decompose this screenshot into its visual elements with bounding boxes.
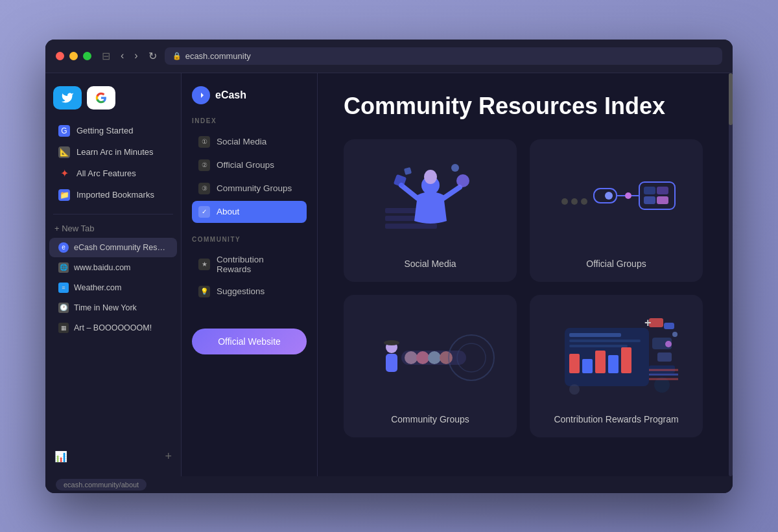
sidebar-item-getting-started-label: Getting Started xyxy=(77,126,133,135)
scrollbar-track[interactable] xyxy=(729,73,733,476)
sidebar-item-learn-arc-label: Learn Arc in Minutes xyxy=(77,147,154,157)
svg-rect-8 xyxy=(403,167,411,174)
svg-rect-21 xyxy=(657,196,668,204)
title-bar: ⊟ ‹ › ↻ 🔒 ecash.community xyxy=(45,40,733,73)
nav-section-community: COMMUNITY ★ Contribution Rewards 💡 Sugge… xyxy=(192,236,307,303)
official-groups-nav-icon: ② xyxy=(198,159,210,171)
sidebar-item-getting-started[interactable]: G Getting Started xyxy=(49,121,177,141)
sidebar-bottom: 📊 + xyxy=(45,445,181,468)
nav-buttons: ‹ › ↻ xyxy=(118,47,159,65)
social-media-illustration xyxy=(357,152,504,251)
svg-rect-17 xyxy=(639,182,675,209)
scrollbar-thumb[interactable] xyxy=(729,73,733,125)
svg-point-49 xyxy=(665,341,672,347)
sidebar-item-all-arc[interactable]: ✦ All Arc Features xyxy=(49,163,177,184)
tab-time[interactable]: 🕐 Time in New York xyxy=(49,298,177,318)
svg-point-6 xyxy=(456,174,469,187)
sidebar-item-imported[interactable]: 📁 Imported Bookmarks xyxy=(49,185,177,205)
all-arc-icon: ✦ xyxy=(58,168,70,179)
card-contribution-rewards[interactable]: + xyxy=(530,295,703,437)
tab-ecash[interactable]: e eCash Community Reso… xyxy=(49,238,177,257)
new-tab-label: + New Tab xyxy=(54,224,95,233)
svg-point-27 xyxy=(416,351,429,364)
sidebar-divider xyxy=(53,214,173,214)
official-website-button[interactable]: Official Website xyxy=(192,329,307,354)
svg-rect-23 xyxy=(386,354,397,372)
nav-about[interactable]: ✓ About xyxy=(192,201,307,223)
add-tab-icon[interactable]: + xyxy=(165,450,172,463)
tab-favicon-ecash: e xyxy=(58,242,69,253)
pinned-tab-google[interactable] xyxy=(87,86,115,110)
official-groups-nav-label: Official Groups xyxy=(217,160,274,170)
card-community-groups[interactable]: Community Groups xyxy=(344,295,517,437)
about-nav-icon: ✓ xyxy=(198,206,210,218)
sidebar-item-imported-label: Imported Bookmarks xyxy=(77,190,154,200)
brand-name: eCash xyxy=(215,89,246,101)
browser-window: ⊟ ‹ › ↻ 🔒 ecash.community xyxy=(45,40,733,493)
tab-favicon-baidu: 🌐 xyxy=(58,262,69,273)
suggestions-nav-icon: 💡 xyxy=(198,286,210,297)
card-social-media[interactable]: Social Media xyxy=(344,139,517,282)
contribution-nav-icon: ★ xyxy=(198,259,210,270)
main-content: Community Resources Index xyxy=(318,73,729,476)
maximize-button[interactable] xyxy=(83,52,91,60)
sidebar-item-all-arc-label: All Arc Features xyxy=(77,168,136,178)
about-nav-label: About xyxy=(217,207,239,216)
cards-grid: Social Media xyxy=(344,139,703,437)
nav-community-groups[interactable]: ③ Community Groups xyxy=(192,178,307,200)
svg-point-10 xyxy=(571,198,578,205)
status-bar: ecash.community/about xyxy=(45,476,733,493)
nav-section-index: INDEX ① Social Media ② Official Groups ③… xyxy=(192,117,307,223)
svg-text:+: + xyxy=(644,316,652,329)
svg-point-9 xyxy=(561,198,568,205)
nav-contribution-rewards[interactable]: ★ Contribution Rewards xyxy=(192,249,307,279)
community-groups-illustration xyxy=(357,308,504,406)
new-tab-button[interactable]: + New Tab xyxy=(45,220,181,237)
tab-art[interactable]: ▦ Art – BOOOOOOOM! xyxy=(49,318,177,338)
card-contribution-rewards-label: Contribution Rewards Program xyxy=(554,414,678,424)
svg-rect-39 xyxy=(608,355,619,373)
svg-rect-36 xyxy=(569,354,580,373)
lock-icon: 🔒 xyxy=(172,52,182,60)
sidebar-toggle-icon[interactable]: ⊟ xyxy=(102,50,110,62)
sidebar-favorites: G Getting Started 📐 Learn Arc in Minutes… xyxy=(45,117,181,209)
suggestions-nav-label: Suggestions xyxy=(217,286,265,296)
back-button[interactable]: ‹ xyxy=(118,47,126,65)
tab-favicon-weather: ≡ xyxy=(58,283,69,293)
svg-rect-19 xyxy=(657,187,668,194)
reload-button[interactable]: ↻ xyxy=(146,47,159,65)
svg-point-29 xyxy=(440,351,453,364)
nav-social-media[interactable]: ① Social Media xyxy=(192,131,307,153)
main-area: G Getting Started 📐 Learn Arc in Minutes… xyxy=(45,73,733,476)
tab-weather[interactable]: ≡ Weather.com xyxy=(49,278,177,297)
card-official-groups[interactable]: Official Groups xyxy=(530,139,703,282)
tab-title-ecash: eCash Community Reso… xyxy=(74,243,168,252)
sidebar: G Getting Started 📐 Learn Arc in Minutes… xyxy=(45,73,182,476)
open-tabs: e eCash Community Reso… 🌐 www.baidu.com … xyxy=(45,237,181,445)
stats-icon[interactable]: 📊 xyxy=(54,450,67,463)
svg-rect-2 xyxy=(385,224,437,229)
minimize-button[interactable] xyxy=(69,52,78,60)
close-button[interactable] xyxy=(56,52,64,60)
tab-title-baidu: www.baidu.com xyxy=(74,263,131,272)
nav-suggestions[interactable]: 💡 Suggestions xyxy=(192,281,307,303)
pinned-tab-twitter[interactable] xyxy=(53,86,82,110)
nav-official-groups[interactable]: ② Official Groups xyxy=(192,154,307,176)
left-nav: eCash INDEX ① Social Media ② Official Gr… xyxy=(182,73,318,476)
learn-arc-icon: 📐 xyxy=(58,146,70,158)
tab-title-weather: Weather.com xyxy=(74,283,121,292)
tab-baidu[interactable]: 🌐 www.baidu.com xyxy=(49,258,177,277)
official-groups-illustration xyxy=(543,152,690,251)
logo: eCash xyxy=(192,86,307,104)
address-text: ecash.community xyxy=(185,51,251,61)
address-bar[interactable]: 🔒 ecash.community xyxy=(165,47,722,65)
sidebar-item-learn-arc[interactable]: 📐 Learn Arc in Minutes xyxy=(49,142,177,163)
imported-icon: 📁 xyxy=(58,189,70,201)
svg-point-15 xyxy=(625,192,631,199)
svg-rect-38 xyxy=(595,351,606,373)
svg-rect-34 xyxy=(569,340,641,342)
card-community-groups-label: Community Groups xyxy=(391,414,469,424)
community-groups-nav-icon: ③ xyxy=(198,183,210,194)
forward-button[interactable]: › xyxy=(132,47,140,65)
svg-point-48 xyxy=(569,384,580,395)
